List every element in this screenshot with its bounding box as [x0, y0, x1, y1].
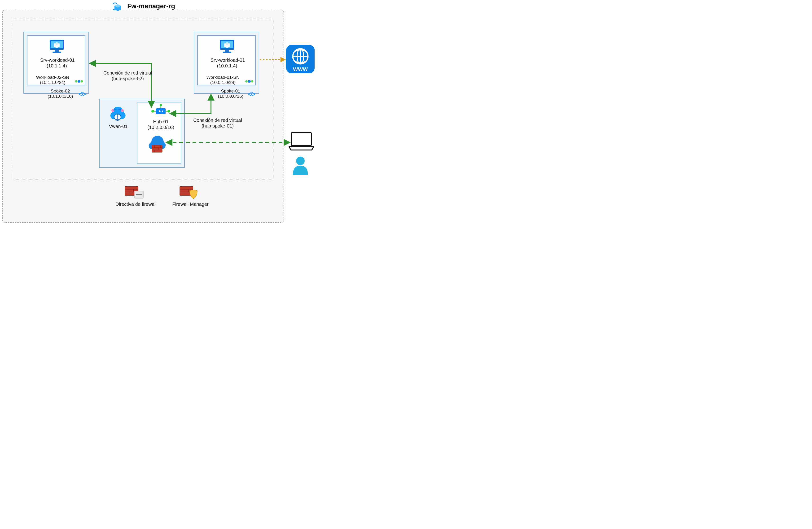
- svg-point-17: [82, 94, 83, 95]
- legend-manager-label: Firewall Manager: [170, 202, 211, 207]
- spoke01-vnet-cidr: (10.0.0.0/16): [214, 94, 247, 99]
- svg-point-15: [81, 80, 83, 83]
- svg-rect-33: [152, 145, 162, 152]
- svg-rect-2: [50, 40, 64, 50]
- spoke01-vnet-name: Spoke-01: [214, 88, 247, 94]
- svg-marker-6: [54, 42, 60, 48]
- vwan-rect: [99, 99, 185, 168]
- vnet-icon-spoke02: [79, 92, 86, 96]
- legend-policy-label: Directiva de firewall: [114, 202, 158, 207]
- hub-name: Hub-01: [144, 119, 177, 125]
- hub-rect: [137, 102, 181, 164]
- svg-point-38: [296, 157, 305, 165]
- vnet-icon-subnet-spoke01: [245, 80, 253, 83]
- azure-firewall-icon: [149, 136, 166, 152]
- svg-marker-13: [224, 42, 230, 45]
- vnet-icon-subnet-spoke02: [75, 80, 83, 83]
- svg-point-24: [112, 109, 114, 112]
- svg-rect-3: [50, 41, 63, 48]
- laptop-icon: [289, 132, 314, 150]
- spoke02-vnet-cidr: (10.1.0.0/16): [44, 94, 77, 99]
- svg-point-32: [160, 104, 162, 106]
- vwan-name: Vwan-01: [106, 124, 130, 129]
- vm-icon-spoke02: [50, 40, 64, 53]
- spoke02-vm-ip: (10.1.1.4): [40, 63, 73, 69]
- vm-icon-spoke01: [220, 40, 234, 53]
- user-icon: [293, 157, 308, 175]
- svg-rect-4: [55, 50, 59, 52]
- hub-cidr: (10.2.0.0/16): [144, 125, 177, 130]
- diagram-title: Fw-manager-rg: [127, 2, 175, 10]
- svg-rect-29: [156, 108, 165, 114]
- svg-point-21: [251, 94, 252, 95]
- svg-marker-12: [224, 42, 230, 48]
- virtual-hub-icon: [151, 104, 170, 114]
- svg-point-14: [75, 80, 77, 83]
- spoke01-vm-name: Srv-workload-01: [211, 57, 244, 63]
- spoke01-subnet-cidr: (10.0.1.0/24): [202, 80, 244, 85]
- svg-marker-1: [115, 4, 121, 8]
- spoke01-subnet-name: Workload-01-SN: [202, 75, 244, 80]
- conn01-label-line1: Conexión de red virtual: [192, 117, 244, 123]
- spoke02-subnet-cidr: (10.1.1.0/24): [32, 80, 73, 85]
- svg-marker-0: [115, 4, 121, 11]
- arrows-layer: [0, 0, 345, 225]
- svg-point-30: [160, 111, 161, 112]
- svg-rect-10: [225, 50, 229, 52]
- svg-rect-5: [53, 52, 61, 53]
- svg-rect-9: [221, 41, 233, 48]
- vwan-icon: [111, 107, 126, 120]
- resource-group-icon: [113, 3, 121, 11]
- svg-point-22: [114, 114, 121, 120]
- spoke02-vm-name: Srv-workload-01: [40, 57, 73, 63]
- svg-rect-39: [125, 186, 138, 196]
- svg-point-35: [293, 49, 308, 64]
- www-label-text: WWW: [293, 66, 308, 72]
- svg-rect-16: [78, 80, 80, 83]
- svg-point-19: [251, 80, 253, 83]
- www-icon: WWW: [286, 45, 315, 73]
- diagram-stage: WWW: [0, 0, 345, 225]
- svg-rect-40: [134, 191, 143, 198]
- svg-rect-41: [180, 186, 193, 196]
- spoke01-vm-ip: (10.0.1.4): [211, 63, 244, 69]
- svg-point-28: [168, 110, 170, 113]
- svg-point-36: [297, 49, 304, 64]
- svg-point-25: [121, 109, 124, 112]
- svg-point-27: [159, 110, 162, 113]
- svg-rect-8: [220, 40, 234, 50]
- inner-dotted-rect: [13, 19, 273, 180]
- shapes-layer: WWW: [0, 0, 345, 225]
- svg-marker-7: [54, 42, 60, 45]
- vnet-icon-spoke01: [248, 92, 255, 96]
- svg-rect-20: [248, 80, 250, 83]
- resource-group-rect: [2, 10, 284, 223]
- svg-point-18: [245, 80, 248, 83]
- firewall-manager-icon: [180, 186, 197, 199]
- svg-point-26: [151, 110, 154, 113]
- svg-rect-37: [291, 132, 311, 146]
- conn02-label-line1: Conexión de red virtual: [102, 70, 154, 76]
- firewall-policy-icon: [125, 186, 143, 198]
- conn01-label-line2: (hub-spoke-01): [192, 123, 244, 129]
- svg-point-23: [114, 114, 121, 120]
- spoke02-subnet-name: Workload-02-SN: [32, 75, 73, 80]
- svg-rect-11: [223, 52, 231, 53]
- conn02-label-line2: (hub-spoke-02): [102, 76, 154, 81]
- svg-rect-34: [286, 45, 315, 73]
- arrow-hub-spoke-01: [170, 94, 211, 114]
- spoke02-vnet-name: Spoke-02: [44, 88, 77, 94]
